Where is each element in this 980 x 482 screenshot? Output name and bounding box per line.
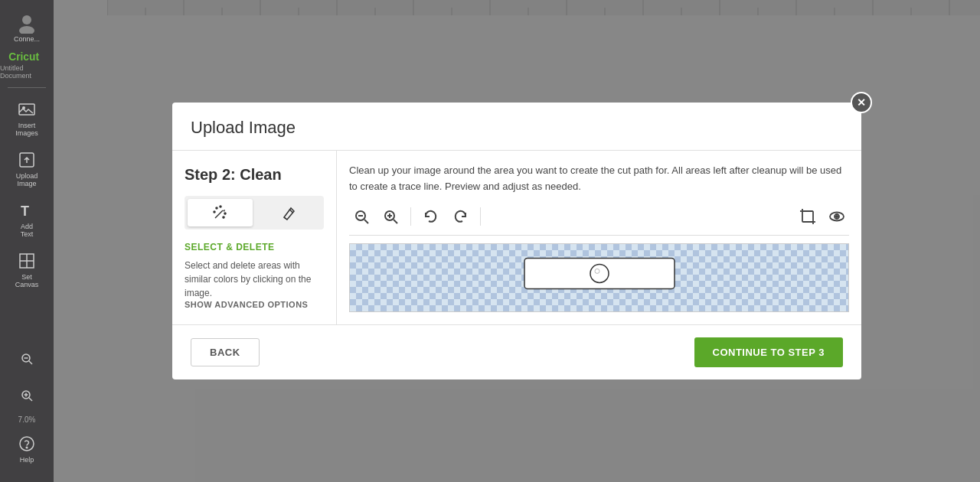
cricut-logo-area: Cricut Untitled Document [0, 49, 54, 80]
sidebar-zoom-in[interactable] [4, 379, 50, 412]
svg-text:Cricut: Cricut [8, 51, 39, 63]
modal-close-button[interactable]: ✕ [851, 92, 872, 113]
set-canvas-icon [16, 250, 38, 272]
svg-point-49 [224, 213, 226, 214]
image-toolbar [349, 204, 849, 236]
tool-tab-erase[interactable] [256, 199, 321, 226]
sidebar-connect-button[interactable]: Conne... [4, 6, 50, 49]
svg-line-51 [284, 217, 287, 220]
tool-description: Select and delete areas with similar col… [185, 259, 324, 300]
modal-title: Upload Image [191, 118, 296, 138]
sidebar-help[interactable]: Help [4, 427, 50, 470]
show-advanced-options[interactable]: SHOW ADVANCED OPTIONS [185, 300, 324, 309]
insert-images-label: InsertImages [15, 122, 38, 137]
svg-line-59 [394, 220, 397, 223]
sidebar-zoom-out[interactable] [4, 342, 50, 376]
svg-point-67 [836, 215, 838, 217]
svg-point-46 [216, 207, 217, 209]
crop-button[interactable] [795, 204, 820, 229]
svg-line-45 [215, 210, 223, 218]
tool-section: SELECT & DELETE Select and delete areas … [185, 242, 324, 300]
upload-image-label: UploadImage [16, 172, 38, 187]
upload-image-modal: ✕ Upload Image Step 2: Clean [172, 103, 861, 379]
zoom-out-icon [16, 348, 38, 370]
image-canvas[interactable] [349, 243, 849, 312]
sidebar-item-set-canvas[interactable]: SetCanvas [4, 244, 50, 295]
svg-point-0 [22, 15, 31, 24]
zoom-out-button[interactable] [349, 204, 374, 229]
svg-point-47 [220, 206, 221, 207]
svg-text:T: T [21, 204, 29, 219]
app-title: Untitled Document [0, 64, 54, 80]
sidebar-divider-1 [8, 87, 46, 88]
redo-button[interactable] [448, 204, 472, 229]
toolbar-separator-2 [480, 207, 481, 226]
svg-point-69 [590, 264, 609, 282]
continue-button[interactable]: CONTINUE TO STEP 3 [694, 337, 844, 367]
svg-line-12 [29, 361, 32, 364]
svg-point-18 [26, 447, 28, 448]
sidebar-item-add-text[interactable]: T AddText [4, 194, 50, 244]
back-button[interactable]: BACK [191, 338, 260, 366]
svg-rect-60 [802, 211, 813, 222]
tool-tabs [185, 196, 324, 230]
user-avatar [16, 12, 38, 34]
right-panel: Clean up your image around the area you … [337, 151, 861, 324]
zoom-in-icon [16, 385, 38, 406]
zoom-in-button[interactable] [378, 204, 403, 229]
left-panel: Step 2: Clean [172, 151, 337, 324]
add-text-label: AddText [21, 223, 34, 238]
preview-button[interactable] [825, 204, 849, 229]
sidebar: Conne... Cricut Untitled Document Insert… [0, 0, 54, 482]
insert-images-icon [16, 99, 38, 120]
svg-point-1 [19, 26, 34, 34]
modal-footer: BACK CONTINUE TO STEP 3 [172, 324, 861, 379]
sidebar-item-upload-image[interactable]: UploadImage [4, 143, 50, 194]
modal-header: Upload Image [172, 103, 861, 151]
cricut-logo: Cricut [8, 49, 46, 64]
tool-section-title: SELECT & DELETE [185, 242, 324, 252]
svg-point-48 [214, 211, 215, 213]
modal-overlay: ✕ Upload Image Step 2: Clean [54, 0, 980, 482]
svg-line-16 [29, 398, 32, 401]
step-description: Clean up your image around the area you … [349, 163, 849, 195]
set-canvas-label: SetCanvas [15, 273, 39, 288]
undo-button[interactable] [419, 204, 443, 229]
add-text-icon: T [16, 200, 38, 221]
help-label: Help [20, 456, 34, 464]
svg-line-55 [364, 220, 368, 223]
toolbar-right [795, 204, 849, 229]
connect-label: Conne... [14, 35, 40, 43]
label-shape [523, 252, 676, 295]
modal-body: Step 2: Clean [172, 151, 861, 324]
help-icon [16, 433, 38, 454]
sidebar-item-insert-images[interactable]: InsertImages [4, 93, 50, 143]
zoom-level: 7.0% [18, 415, 36, 424]
sidebar-bottom: 7.0% Help [4, 342, 50, 482]
tool-tab-select-delete[interactable] [188, 199, 253, 226]
upload-image-icon [16, 149, 38, 171]
toolbar-separator-1 [410, 207, 411, 226]
svg-point-50 [223, 217, 224, 218]
step-title: Step 2: Clean [185, 166, 324, 184]
